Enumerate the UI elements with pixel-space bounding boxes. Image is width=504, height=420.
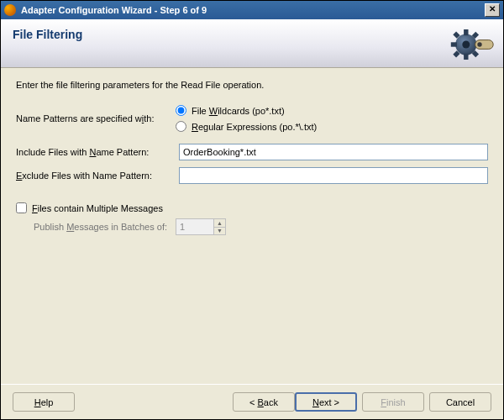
- pattern-mode-radios: File Wildcards (po*.txt) Regular Express…: [176, 105, 317, 132]
- page-title: File Filtering: [13, 28, 82, 41]
- finish-button: Finish: [362, 392, 424, 412]
- wizard-header: File Filtering: [1, 19, 503, 68]
- instruction-text: Enter the file filtering parameters for …: [16, 80, 488, 90]
- spinner-down-icon: ▼: [214, 228, 225, 235]
- exclude-pattern-row: Exclude Files with Name Pattern:: [16, 167, 488, 184]
- batch-size-row: Publish Messages in Batches of: ▲ ▼: [16, 218, 488, 235]
- radio-regular-expressions[interactable]: Regular Expressions (po.*\.txt): [176, 121, 317, 132]
- radio-regular-expressions-input[interactable]: [176, 121, 186, 132]
- batch-size-input: [176, 219, 213, 234]
- window-title: Adapter Configuration Wizard - Step 6 of…: [21, 5, 485, 15]
- svg-point-11: [477, 42, 481, 46]
- nav-button-group: < Back Next >: [233, 392, 357, 412]
- titlebar: Adapter Configuration Wizard - Step 6 of…: [1, 1, 503, 19]
- pattern-mode-row: Name Patterns are specified with: File W…: [16, 105, 488, 132]
- include-pattern-input[interactable]: [179, 144, 488, 160]
- back-button[interactable]: < Back: [233, 392, 295, 412]
- svg-rect-2: [464, 54, 468, 60]
- include-pattern-label: Include Files with Name Pattern:: [16, 147, 176, 157]
- multiple-messages-checkbox[interactable]: [16, 202, 27, 213]
- radio-file-wildcards-input[interactable]: [176, 105, 186, 116]
- close-button[interactable]: ✕: [485, 3, 500, 17]
- exclude-pattern-input[interactable]: [179, 167, 488, 184]
- next-button[interactable]: Next >: [295, 392, 357, 412]
- svg-rect-1: [464, 29, 468, 35]
- wizard-footer: Help < Back Next > Finish Cancel: [1, 384, 503, 419]
- svg-point-9: [462, 41, 470, 49]
- batch-size-label: Publish Messages in Batches of:: [16, 222, 176, 232]
- multiple-messages-label: Files contain Multiple Messages: [32, 203, 163, 213]
- content-area: Enter the file filtering parameters for …: [1, 68, 503, 384]
- radio-file-wildcards[interactable]: File Wildcards (po*.txt): [176, 105, 317, 116]
- exclude-pattern-label: Exclude Files with Name Pattern:: [16, 171, 176, 181]
- spinner-up-icon: ▲: [214, 219, 225, 228]
- wizard-window: Adapter Configuration Wizard - Step 6 of…: [0, 0, 504, 420]
- multiple-messages-row: Files contain Multiple Messages: [16, 202, 488, 213]
- batch-size-spinner: ▲ ▼: [176, 218, 226, 235]
- cancel-button[interactable]: Cancel: [429, 392, 491, 412]
- include-pattern-row: Include Files with Name Pattern:: [16, 144, 488, 160]
- svg-rect-3: [451, 42, 457, 46]
- pattern-mode-label: Name Patterns are specified with:: [16, 113, 176, 123]
- gear-icon: [449, 26, 495, 63]
- help-button[interactable]: Help: [13, 392, 75, 412]
- app-icon: [4, 4, 16, 16]
- spinner-arrows: ▲ ▼: [213, 219, 225, 234]
